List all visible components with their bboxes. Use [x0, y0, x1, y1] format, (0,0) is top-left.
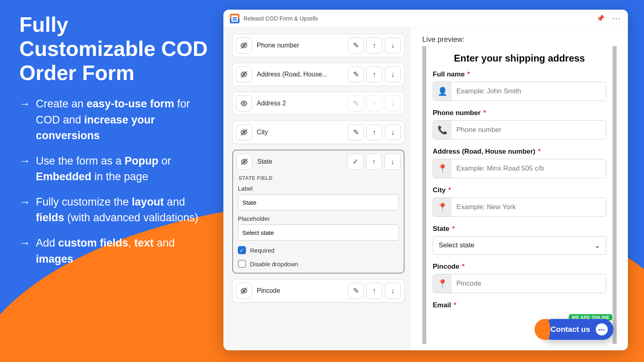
- address-input[interactable]: [452, 159, 606, 178]
- arrow-icon: →: [19, 153, 30, 185]
- move-up-button[interactable]: ↑: [366, 37, 382, 53]
- field-row-address2[interactable]: Address 2 ✎ ↑ ↓: [232, 92, 405, 115]
- city-input[interactable]: [452, 198, 606, 216]
- pincode-input[interactable]: [452, 274, 606, 293]
- more-icon[interactable]: ⋯: [609, 13, 621, 24]
- checkbox-icon: [238, 260, 246, 268]
- phone-frame: Enter your shipping address Full name * …: [422, 46, 617, 344]
- person-icon: 👤: [433, 82, 452, 101]
- edit-button[interactable]: ✎: [348, 124, 364, 140]
- label-caption: Label: [238, 185, 399, 192]
- titlebar: Releasit COD Form & Upsells 📌 ⋯: [223, 10, 628, 27]
- visibility-toggle[interactable]: [236, 66, 252, 82]
- location-icon: 📍: [433, 159, 452, 178]
- phone-input[interactable]: [452, 121, 606, 139]
- state-select[interactable]: Select state ⌄: [433, 236, 606, 255]
- visibility-toggle[interactable]: [236, 124, 252, 140]
- promo-title: Fully Customizable COD Order Form: [19, 13, 208, 85]
- field-label: Address 2: [255, 100, 345, 107]
- chevron-down-icon: ⌄: [594, 241, 600, 250]
- visibility-toggle[interactable]: [236, 154, 252, 170]
- placeholder-caption: Placeholder: [238, 215, 399, 222]
- move-up-button[interactable]: ↑: [366, 124, 382, 140]
- placeholder-input[interactable]: [238, 224, 399, 241]
- field-row-phone[interactable]: Phone number ✎ ↑ ↓: [232, 34, 405, 57]
- field-label: Pincode: [255, 287, 345, 294]
- arrow-icon: →: [19, 194, 30, 226]
- form-builder: Phone number ✎ ↑ ↓ Address (Road, House.…: [223, 27, 411, 350]
- promo-bullets: → Create an easy-to-use form for COD and…: [19, 96, 208, 267]
- move-up-button[interactable]: ↑: [366, 283, 382, 299]
- live-preview: Live preview: Enter your shipping addres…: [411, 27, 628, 350]
- phone-icon: 📞: [433, 121, 452, 139]
- arrow-icon: →: [19, 96, 30, 143]
- visibility-toggle[interactable]: [236, 37, 252, 53]
- fullname-input[interactable]: [452, 82, 606, 101]
- field-row-address[interactable]: Address (Road, House... ✎ ↑ ↓: [232, 63, 405, 86]
- edit-button[interactable]: ✎: [348, 66, 364, 82]
- live-preview-heading: Live preview:: [422, 35, 617, 44]
- move-up-button[interactable]: ↑: [366, 95, 382, 111]
- required-checkbox[interactable]: ✓ Required: [238, 246, 399, 254]
- field-label: State: [256, 158, 344, 165]
- disable-dropdown-checkbox[interactable]: Disable dropdown: [238, 260, 399, 268]
- visibility-toggle[interactable]: [236, 95, 252, 111]
- field-label: Phone number: [255, 42, 345, 49]
- confirm-button[interactable]: ✓: [347, 154, 363, 170]
- app-window: Releasit COD Form & Upsells 📌 ⋯ Phone nu…: [223, 10, 628, 350]
- svg-point-4: [243, 103, 245, 105]
- app-title: Releasit COD Form & Upsells: [244, 15, 318, 22]
- arrow-icon: →: [19, 235, 30, 267]
- field-row-city[interactable]: City ✎ ↑ ↓: [232, 121, 405, 144]
- field-label: Address (Road, House...: [255, 71, 345, 78]
- section-title: STATE FIELD: [239, 175, 399, 181]
- app-logo-icon: [230, 14, 239, 23]
- move-up-button[interactable]: ↑: [366, 66, 382, 82]
- location-icon: 📍: [433, 274, 452, 293]
- field-row-pincode[interactable]: Pincode ✎ ↑ ↓: [232, 279, 405, 302]
- label-input[interactable]: [238, 194, 399, 210]
- move-up-button[interactable]: ↑: [366, 154, 382, 170]
- field-label: City: [255, 129, 345, 136]
- checkbox-icon: ✓: [238, 246, 246, 254]
- preview-title: Enter your shipping address: [433, 53, 606, 64]
- move-down-button[interactable]: ↓: [385, 283, 401, 299]
- move-down-button[interactable]: ↓: [385, 95, 401, 111]
- edit-button[interactable]: ✎: [348, 95, 364, 111]
- move-down-button[interactable]: ↓: [385, 124, 401, 140]
- visibility-toggle[interactable]: [236, 283, 252, 299]
- promo-panel: Fully Customizable COD Order Form → Crea…: [19, 13, 208, 267]
- chat-icon: [596, 323, 608, 335]
- move-down-button[interactable]: ↓: [385, 37, 401, 53]
- edit-button[interactable]: ✎: [348, 283, 364, 299]
- contact-us-button[interactable]: Contact us: [542, 319, 613, 340]
- pin-icon[interactable]: 📌: [597, 14, 605, 22]
- move-down-button[interactable]: ↓: [384, 154, 400, 170]
- field-row-state-expanded: State ✓ ↑ ↓ STATE FIELD Label Placeholde…: [232, 150, 405, 274]
- edit-button[interactable]: ✎: [348, 37, 364, 53]
- location-icon: 📍: [433, 198, 452, 216]
- move-down-button[interactable]: ↓: [385, 66, 401, 82]
